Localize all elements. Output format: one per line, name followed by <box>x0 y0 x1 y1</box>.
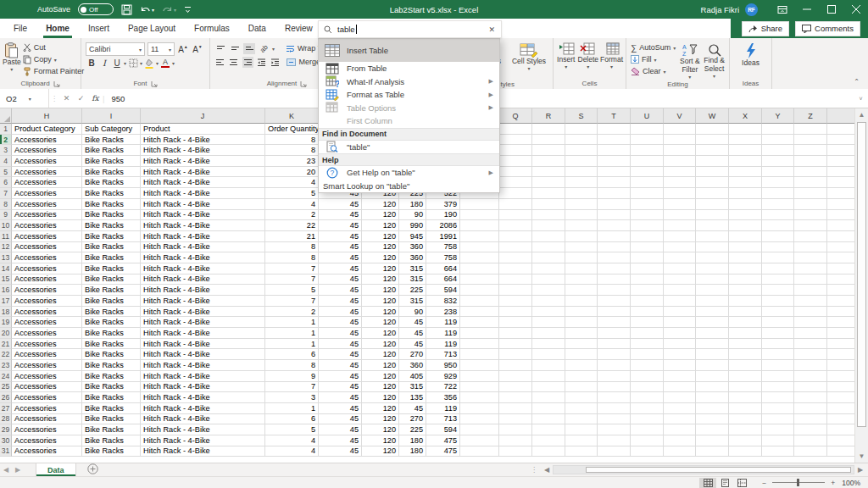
cell-x24[interactable] <box>827 371 854 382</box>
cell-styles-button[interactable]: Cell Styles▾ <box>511 41 547 80</box>
cell-J20[interactable]: Hitch Rack - 4-Bike <box>141 328 265 339</box>
cell-P8[interactable] <box>460 199 499 210</box>
ribbon-display-options-icon[interactable] <box>770 0 794 19</box>
cell-V6[interactable] <box>664 177 696 188</box>
cell-x4[interactable] <box>827 156 854 167</box>
cell-O27[interactable]: 119 <box>426 403 460 414</box>
cell-J21[interactable]: Hitch Rack - 4-Bike <box>141 339 265 350</box>
autosum-button[interactable]: ∑AutoSum▾ <box>629 42 678 53</box>
cell-Z19[interactable] <box>794 317 827 328</box>
cell-O19[interactable]: 119 <box>426 317 460 328</box>
bold-button[interactable]: B <box>86 58 97 69</box>
cell-x5[interactable] <box>827 167 854 178</box>
menu-item-smart-lookup-on-table[interactable]: Smart Lookup on "table" <box>319 180 499 193</box>
cell-I5[interactable]: Bike Racks <box>82 167 141 178</box>
row-header-30[interactable]: 30 <box>0 435 12 446</box>
cell-P10[interactable] <box>460 220 499 231</box>
cell-X2[interactable] <box>729 135 762 146</box>
cell-M9[interactable]: 120 <box>362 210 399 221</box>
hscroll-right-icon[interactable]: ▶ <box>854 466 866 474</box>
cell-L24[interactable]: 45 <box>319 371 362 382</box>
cell-H31[interactable]: Accessories <box>12 446 82 458</box>
user-name[interactable]: Radja Fikri <box>701 5 739 14</box>
cell-P23[interactable] <box>460 360 499 371</box>
search-input-value[interactable]: table <box>337 25 355 34</box>
cell-X8[interactable] <box>729 199 762 210</box>
column-header-R[interactable]: R <box>532 108 565 124</box>
cell-T24[interactable] <box>598 371 631 382</box>
cell-P29[interactable] <box>460 424 499 435</box>
cell-R31[interactable] <box>532 446 565 458</box>
cell-V10[interactable] <box>664 220 696 231</box>
cell-R7[interactable] <box>532 188 565 199</box>
cell-L21[interactable]: 45 <box>319 339 362 350</box>
cell-S17[interactable] <box>565 296 598 307</box>
cell-T8[interactable] <box>598 199 631 210</box>
cell-N15[interactable]: 315 <box>399 274 426 286</box>
cell-H10[interactable]: Accessories <box>12 220 82 231</box>
cell-Z7[interactable] <box>794 188 827 199</box>
cell-Z26[interactable] <box>794 392 827 403</box>
cell-U8[interactable] <box>631 199 664 210</box>
cell-W14[interactable] <box>696 263 729 274</box>
cell-Z17[interactable] <box>794 296 827 307</box>
cell-W11[interactable] <box>696 231 729 242</box>
cell-Q7[interactable] <box>499 188 532 199</box>
clear-button[interactable]: Clear▾ <box>629 65 678 77</box>
cell-J3[interactable]: Hitch Rack - 4-Bike <box>141 145 265 156</box>
cell-L12[interactable]: 45 <box>319 242 362 253</box>
cell-P18[interactable] <box>460 307 499 318</box>
cell-L29[interactable]: 45 <box>319 424 362 435</box>
cell-Y29[interactable] <box>762 424 794 435</box>
cell-Q31[interactable] <box>499 446 532 458</box>
cell-Q24[interactable] <box>499 371 532 382</box>
cell-U9[interactable] <box>631 210 664 221</box>
cell-Y8[interactable] <box>762 199 794 210</box>
cell-J27[interactable]: Hitch Rack - 4-Bike <box>141 403 265 414</box>
grow-font-button[interactable]: A▲ <box>177 44 189 55</box>
comments-button[interactable]: Comments <box>795 21 860 36</box>
cell-Q16[interactable] <box>499 285 532 296</box>
cell-P11[interactable] <box>460 231 499 242</box>
cell-N24[interactable]: 405 <box>399 371 426 382</box>
row-header-20[interactable]: 20 <box>0 328 12 339</box>
orientation-button[interactable]: ab <box>258 43 270 54</box>
cell-Y12[interactable] <box>762 242 794 253</box>
cell-U17[interactable] <box>631 296 664 307</box>
cell-K20[interactable]: 1 <box>265 328 319 339</box>
cell-K11[interactable]: 21 <box>265 231 319 242</box>
column-header-H[interactable]: H <box>12 108 82 124</box>
cell-x17[interactable] <box>827 296 854 307</box>
cell-U4[interactable] <box>631 156 664 167</box>
cell-Z9[interactable] <box>794 210 827 221</box>
cell-X7[interactable] <box>729 188 762 199</box>
cell-S13[interactable] <box>565 252 598 263</box>
row-header-6[interactable]: 6 <box>0 177 12 188</box>
cell-V14[interactable] <box>664 263 696 274</box>
cell-O17[interactable]: 832 <box>426 296 460 307</box>
cell-I19[interactable]: Bike Racks <box>82 317 141 328</box>
cell-N9[interactable]: 90 <box>399 210 426 221</box>
cell-Z22[interactable] <box>794 349 827 360</box>
cell-Z14[interactable] <box>794 263 827 274</box>
cell-V26[interactable] <box>664 392 696 403</box>
cell-K13[interactable]: 8 <box>265 252 319 263</box>
cell-R4[interactable] <box>532 156 565 167</box>
cell-Z16[interactable] <box>794 285 827 296</box>
cell-U6[interactable] <box>631 177 664 188</box>
tab-home[interactable]: Home <box>36 19 79 38</box>
top-align-icon[interactable] <box>214 43 226 54</box>
row-header-29[interactable]: 29 <box>0 424 12 435</box>
close-button[interactable] <box>843 0 868 19</box>
cell-X22[interactable] <box>729 349 762 360</box>
cell-T15[interactable] <box>598 274 631 286</box>
tab-splitter-handle[interactable]: ⋮ <box>531 466 537 474</box>
cell-U25[interactable] <box>631 382 664 393</box>
cell-I3[interactable]: Bike Racks <box>82 145 141 156</box>
cell-S27[interactable] <box>565 403 598 414</box>
row-header-21[interactable]: 21 <box>0 339 12 350</box>
cell-U12[interactable] <box>631 242 664 253</box>
cell-W21[interactable] <box>696 339 729 350</box>
cell-V17[interactable] <box>664 296 696 307</box>
cell-Y31[interactable] <box>762 446 794 458</box>
